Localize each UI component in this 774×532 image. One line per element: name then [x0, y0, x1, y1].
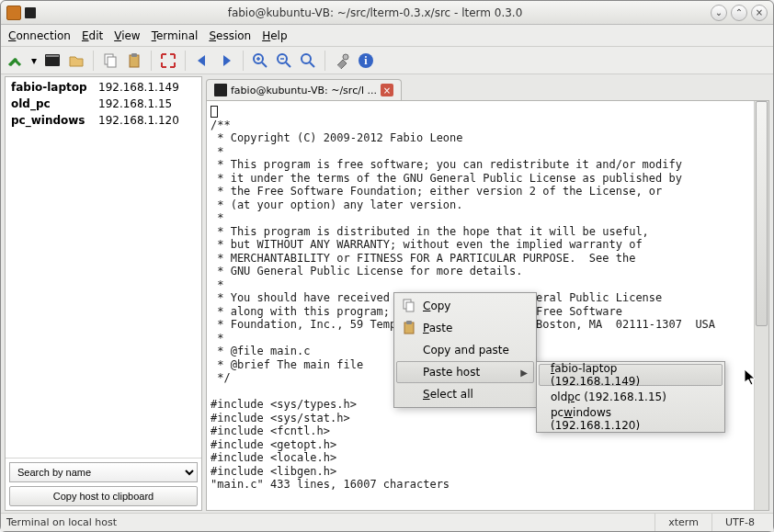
sidebar-controls: Search by name Copy host to clipboard: [6, 458, 201, 510]
copy-icon: [401, 298, 417, 314]
back-button[interactable]: [191, 50, 213, 72]
connect-button[interactable]: [5, 50, 27, 72]
ctx-select-all-label: Select all: [423, 388, 473, 401]
host-row[interactable]: fabio-laptop 192.168.1.149: [7, 79, 199, 96]
menu-terminal[interactable]: Terminal: [152, 29, 199, 42]
tab-label: fabio@kubuntu-VB: ~/src/l ...: [231, 85, 377, 96]
new-terminal-button[interactable]: [41, 50, 63, 72]
preferences-button[interactable]: [331, 50, 353, 72]
status-left: Terminal on local host: [6, 516, 654, 528]
host-name: fabio-laptop: [11, 81, 98, 94]
host-row[interactable]: old_pc 192.168.1.15: [7, 96, 199, 112]
submenu-arrow-icon: ▶: [520, 368, 528, 378]
svg-point-13: [302, 54, 311, 63]
svg-rect-19: [406, 302, 414, 311]
svg-rect-21: [406, 321, 412, 324]
main-area: fabio-laptop 192.168.1.149 old_pc 192.16…: [1, 74, 773, 513]
submenu-host-label: fabio-laptop (192.168.1.149): [551, 362, 700, 388]
host-name: pc_windows: [11, 114, 98, 127]
svg-line-11: [286, 62, 290, 67]
host-ip: 192.168.1.120: [98, 114, 196, 127]
maximize-button[interactable]: ⌃: [731, 5, 747, 21]
svg-rect-5: [131, 53, 137, 57]
terminal-glyph-icon: [25, 7, 36, 18]
forward-button[interactable]: [215, 50, 237, 72]
svg-line-14: [310, 62, 314, 67]
about-button[interactable]: i: [355, 50, 377, 72]
toolbar-separator: [93, 51, 94, 71]
mouse-cursor-icon: [745, 369, 759, 388]
minimize-button[interactable]: ⌄: [711, 5, 727, 21]
sidebar: fabio-laptop 192.168.1.149 old_pc 192.16…: [5, 76, 202, 511]
ctx-copy-paste[interactable]: Copy and paste: [396, 339, 534, 361]
titlebar: fabio@kubuntu-VB: ~/src/lterm-0.3.x/src …: [1, 1, 773, 25]
submenu-host[interactable]: fabio-laptop (192.168.1.149): [539, 364, 723, 386]
zoom-in-button[interactable]: [249, 50, 271, 72]
app-icon: [6, 6, 21, 20]
app-window: fabio@kubuntu-VB: ~/src/lterm-0.3.x/src …: [0, 0, 774, 532]
paste-button[interactable]: [123, 50, 145, 72]
status-termtype: xterm: [654, 514, 711, 531]
host-list[interactable]: fabio-laptop 192.168.1.149 old_pc 192.16…: [6, 77, 201, 458]
paste-host-submenu[interactable]: fabio-laptop (192.168.1.149) oldpc (192.…: [536, 361, 725, 433]
paste-icon: [401, 320, 417, 336]
ctx-paste-label: Paste: [423, 322, 452, 334]
zoom-reset-button[interactable]: [297, 50, 319, 72]
context-menu[interactable]: Copy Paste Copy and paste Paste host ▶ S…: [393, 292, 537, 408]
copy-button[interactable]: [99, 50, 121, 72]
zoom-out-button[interactable]: [273, 50, 295, 72]
ctx-copy-paste-label: Copy and paste: [423, 344, 509, 357]
toolbar-separator: [151, 51, 152, 71]
terminal-tab[interactable]: fabio@kubuntu-VB: ~/src/l ... ×: [206, 79, 402, 100]
submenu-host-label: oldpc (192.168.1.15): [551, 391, 666, 403]
scrollbar[interactable]: [754, 101, 768, 510]
terminal-cursor: [211, 106, 218, 118]
window-title: fabio@kubuntu-VB: ~/src/lterm-0.3.x/src …: [43, 6, 707, 19]
tab-close-button[interactable]: ×: [381, 84, 393, 96]
menubar: Connection Edit View Terminal Session He…: [1, 25, 773, 47]
svg-rect-1: [46, 55, 59, 57]
host-ip: 192.168.1.149: [98, 81, 196, 94]
statusbar: Terminal on local host xterm UTF-8: [1, 513, 773, 531]
menu-view[interactable]: View: [114, 29, 140, 42]
svg-rect-3: [108, 57, 116, 67]
close-button[interactable]: ×: [751, 5, 768, 21]
ctx-select-all[interactable]: Select all: [396, 383, 534, 405]
submenu-host[interactable]: oldpc (192.168.1.15): [539, 386, 723, 408]
ctx-paste-host[interactable]: Paste host ▶: [396, 361, 534, 383]
menu-help[interactable]: Help: [262, 29, 287, 42]
menu-connection[interactable]: Connection: [8, 29, 71, 42]
toolbar-separator: [185, 51, 186, 71]
copy-host-button[interactable]: Copy host to clipboard: [9, 486, 198, 506]
ctx-paste-host-label: Paste host: [423, 366, 480, 379]
scrollbar-track[interactable]: [755, 101, 768, 510]
host-name: old_pc: [11, 97, 98, 110]
toolbar-separator: [324, 51, 325, 71]
menu-session[interactable]: Session: [209, 29, 251, 42]
scrollbar-thumb[interactable]: [756, 101, 768, 326]
host-ip: 192.168.1.15: [98, 97, 196, 110]
svg-point-15: [343, 54, 348, 60]
toolbar: ▾ i: [1, 47, 773, 74]
svg-line-7: [262, 62, 267, 67]
tab-bar: fabio@kubuntu-VB: ~/src/l ... ×: [206, 76, 769, 100]
connect-dropdown[interactable]: ▾: [28, 50, 40, 72]
search-select[interactable]: Search by name: [9, 462, 198, 482]
ctx-copy-label: Copy: [423, 300, 450, 312]
ctx-copy[interactable]: Copy: [396, 295, 534, 317]
status-encoding: UTF-8: [711, 514, 768, 531]
ctx-paste[interactable]: Paste: [396, 317, 534, 339]
menu-edit[interactable]: Edit: [82, 29, 103, 42]
submenu-host-label: pcwindows (192.168.1.120): [551, 406, 700, 432]
open-button[interactable]: [65, 50, 87, 72]
toolbar-separator: [243, 51, 244, 71]
host-row[interactable]: pc_windows 192.168.1.120: [7, 112, 199, 129]
fullscreen-button[interactable]: [157, 50, 179, 72]
submenu-host[interactable]: pcwindows (192.168.1.120): [539, 408, 723, 430]
terminal-icon: [214, 84, 227, 96]
